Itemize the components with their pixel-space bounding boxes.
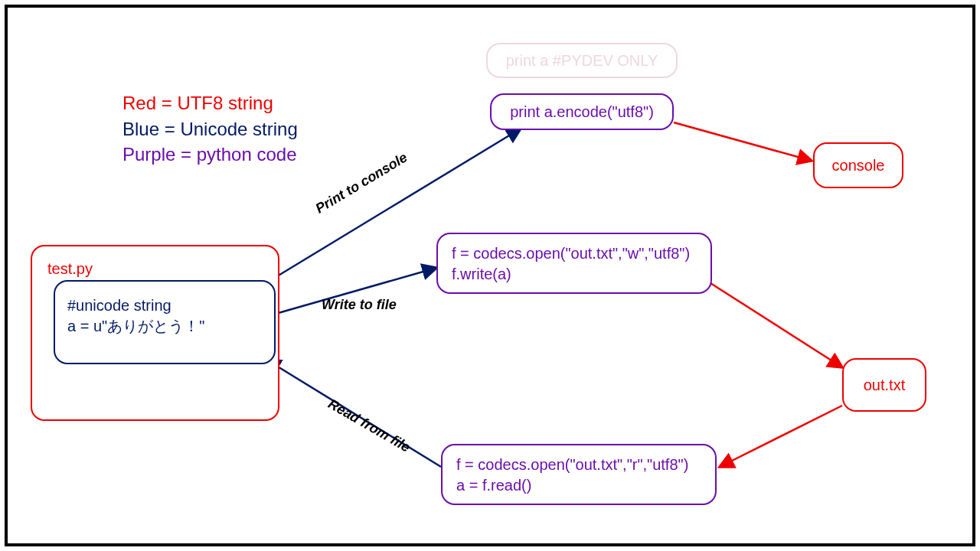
pydev-box: print a #PYDEV ONLY [486, 43, 678, 78]
arrow-encode-to-console [674, 122, 812, 161]
out-box: out.txt [842, 358, 926, 412]
console-text: console [832, 155, 885, 176]
write-line1: f = codecs.open("out.txt","w","utf8") [452, 243, 697, 264]
legend-purple: Purple = python code [122, 142, 298, 168]
legend-red: Red = UTF8 string [122, 90, 298, 116]
write-box: f = codecs.open("out.txt","w","utf8") f.… [436, 233, 712, 294]
read-line2: a = f.read() [456, 475, 701, 496]
write-line2: f.write(a) [452, 264, 697, 285]
source-code-line: a = u"ありがとう！" [67, 316, 262, 337]
read-line1: f = codecs.open("out.txt","r","utf8") [456, 455, 701, 475]
legend-blue: Blue = Unicode string [122, 116, 298, 142]
out-text: out.txt [864, 375, 905, 396]
arrow-write-to-out [710, 283, 842, 367]
encode-box: print a.encode("utf8") [490, 93, 674, 130]
label-write-to-file: Write to file [322, 297, 397, 313]
legend: Red = UTF8 string Blue = Unicode string … [122, 90, 298, 168]
file-title: test.py [47, 259, 263, 279]
arrow-out-to-read [720, 406, 842, 467]
pydev-text: print a #PYDEV ONLY [506, 51, 658, 71]
diagram-frame: Red = UTF8 string Blue = Unicode string … [5, 5, 975, 546]
source-code-box: #unicode string a = u"ありがとう！" [54, 280, 276, 364]
source-comment: #unicode string [67, 295, 262, 316]
console-box: console [813, 142, 903, 188]
encode-text: print a.encode("utf8") [510, 102, 654, 122]
read-box: f = codecs.open("out.txt","r","utf8") a … [441, 444, 717, 505]
